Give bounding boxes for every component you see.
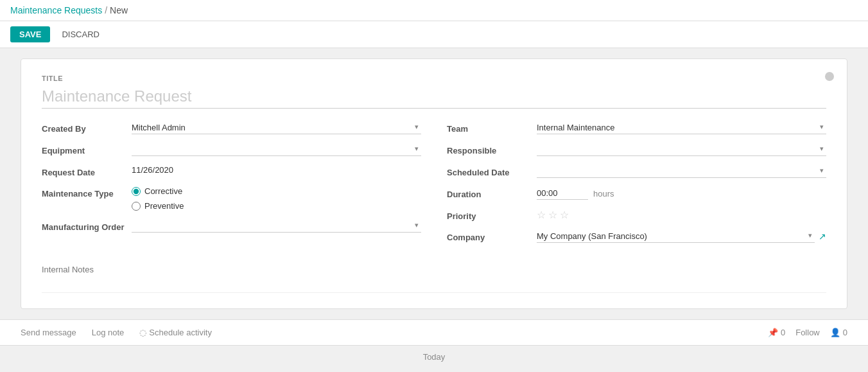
company-select-wrapper[interactable]: My Company (San Francisco) (537, 230, 815, 243)
form-grid: Created By Mitchell Admin Equipment (42, 121, 826, 252)
equipment-value[interactable] (132, 143, 421, 156)
team-label: Team (447, 121, 537, 134)
company-row: Company My Company (San Francisco) ↗ (447, 230, 826, 243)
company-select[interactable]: My Company (San Francisco) (537, 230, 815, 243)
star-3[interactable]: ☆ (560, 209, 569, 221)
title-input[interactable] (42, 85, 826, 109)
request-date-row: Request Date 11/26/2020 (42, 165, 421, 177)
send-message-button[interactable]: Send message (21, 328, 76, 337)
discard-button[interactable]: DISCARD (55, 26, 106, 42)
duration-row: Duration hours (447, 187, 826, 200)
responsible-value[interactable] (537, 143, 826, 156)
duration-input[interactable] (537, 187, 588, 200)
breadcrumb-bar: Maintenance Requests / New (0, 0, 868, 21)
corrective-radio[interactable] (132, 187, 141, 196)
request-date-label: Request Date (42, 165, 132, 177)
follow-button[interactable]: Follow (795, 328, 820, 337)
followers-count: 👤 0 (830, 328, 847, 337)
preventive-label: Preventive (144, 201, 184, 211)
clock-icon: ◌ (139, 328, 146, 337)
corrective-option[interactable]: Corrective (132, 186, 421, 196)
responsible-row: Responsible (447, 143, 826, 156)
bottom-right: 📌 0 Follow 👤 0 (768, 328, 847, 337)
equipment-select[interactable] (132, 143, 421, 156)
title-label: Title (42, 75, 826, 82)
external-link-icon[interactable]: ↗ (819, 231, 826, 242)
equipment-row: Equipment (42, 143, 421, 156)
duration-wrapper: hours (537, 187, 826, 200)
duration-value: hours (537, 187, 826, 200)
preventive-option[interactable]: Preventive (132, 201, 421, 211)
notes-divider (42, 292, 826, 293)
scheduled-date-select[interactable] (537, 165, 826, 178)
duration-label: Duration (447, 187, 537, 199)
responsible-label: Responsible (447, 143, 537, 155)
breadcrumb-parent[interactable]: Maintenance Requests (10, 5, 102, 15)
internal-notes-input[interactable] (42, 262, 826, 277)
priority-label: Priority (447, 209, 537, 221)
breadcrumb: Maintenance Requests / New (10, 5, 128, 15)
bottom-bar: Send message Log note ◌ Schedule activit… (0, 319, 868, 345)
scheduled-date-row: Scheduled Date (447, 165, 826, 178)
request-date-value: 11/26/2020 (132, 165, 421, 175)
breadcrumb-separator: / (105, 5, 107, 15)
created-by-value[interactable]: Mitchell Admin (132, 121, 421, 134)
maintenance-type-options: Corrective Preventive (132, 186, 421, 211)
left-section: Created By Mitchell Admin Equipment (42, 121, 421, 252)
form-card: Title Created By Mitchell Admin Equipmen (21, 58, 847, 309)
created-by-label: Created By (42, 121, 132, 134)
star-1[interactable]: ☆ (537, 209, 546, 221)
status-dot (825, 72, 834, 81)
responsible-select[interactable] (537, 143, 826, 156)
maintenance-type-label: Maintenance Type (42, 186, 132, 199)
manufacturing-order-row: Manufacturing Order (42, 220, 421, 233)
main-content: Title Created By Mitchell Admin Equipmen (0, 48, 868, 319)
toolbar: SAVE DISCARD (0, 21, 868, 48)
manufacturing-order-value[interactable] (132, 220, 421, 233)
team-select[interactable]: Internal Maintenance (537, 121, 826, 134)
manufacturing-order-select[interactable] (132, 220, 421, 233)
paperclip-icon: 📌 (768, 328, 778, 337)
schedule-activity-button[interactable]: ◌ Schedule activity (139, 328, 212, 337)
paperclip-count: 📌 0 (768, 328, 785, 337)
duration-unit: hours (593, 189, 614, 199)
scheduled-date-value[interactable] (537, 165, 826, 178)
created-by-row: Created By Mitchell Admin (42, 121, 421, 134)
priority-row: Priority ☆ ☆ ☆ (447, 209, 826, 221)
notes-section (42, 262, 826, 293)
company-value: My Company (San Francisco) ↗ (537, 230, 826, 243)
priority-value: ☆ ☆ ☆ (537, 209, 826, 221)
scheduled-date-label: Scheduled Date (447, 165, 537, 177)
team-value[interactable]: Internal Maintenance (537, 121, 826, 134)
team-row: Team Internal Maintenance (447, 121, 826, 134)
equipment-label: Equipment (42, 143, 132, 155)
maintenance-type-row: Maintenance Type Corrective Preventive (42, 186, 421, 211)
stars[interactable]: ☆ ☆ ☆ (537, 209, 826, 221)
save-button[interactable]: SAVE (10, 26, 50, 42)
breadcrumb-current: New (110, 5, 128, 15)
log-note-button[interactable]: Log note (92, 328, 125, 337)
company-label: Company (447, 230, 537, 242)
star-2[interactable]: ☆ (548, 209, 557, 221)
preventive-radio[interactable] (132, 202, 141, 211)
today-label: Today (423, 352, 446, 362)
manufacturing-order-label: Manufacturing Order (42, 220, 132, 232)
person-icon: 👤 (830, 328, 840, 337)
corrective-label: Corrective (144, 186, 182, 196)
created-by-select[interactable]: Mitchell Admin (132, 121, 421, 134)
radio-group: Corrective Preventive (132, 186, 421, 211)
company-wrapper: My Company (San Francisco) ↗ (537, 230, 826, 243)
today-bar: Today (0, 345, 868, 368)
right-section: Team Internal Maintenance Responsible (447, 121, 826, 252)
